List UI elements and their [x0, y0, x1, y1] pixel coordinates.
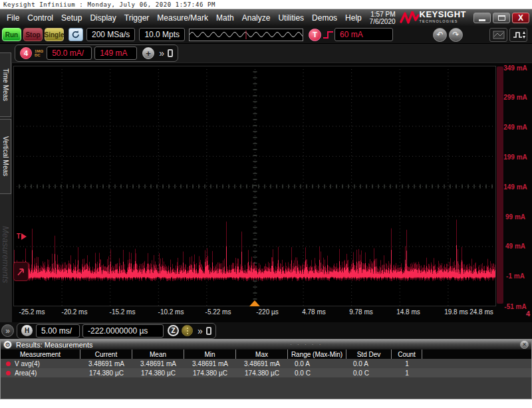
single-button[interactable]: Single [45, 28, 64, 41]
menu-trigger[interactable]: Trigger [120, 9, 154, 26]
horizontal-badge[interactable]: H [21, 325, 33, 336]
menu-demos[interactable]: Demos [308, 9, 341, 26]
menu-setup[interactable]: Setup [57, 9, 86, 26]
touch-toggle-button[interactable] [68, 28, 83, 41]
mini-screen-icon [493, 31, 505, 39]
horizontal-bar: » H 5.00 ms/ -222.0000000 µs Z » [0, 322, 532, 339]
channel4-group: 4 1MΩ DC 50.0 mA/ 149 mA + » [15, 45, 178, 62]
close-icon: X [518, 14, 523, 22]
trigger-arrow-icon [21, 233, 27, 240]
channel-controls-row: 4 1MΩ DC 50.0 mA/ 149 mA + » [0, 44, 532, 62]
y-axis-label: 199 mA [499, 153, 531, 161]
x-axis-label: 4.78 ms [302, 308, 326, 316]
keysight-logo: KEYSIGHT TECHNOLOGIES [400, 11, 466, 25]
autoscale-button[interactable] [509, 28, 527, 42]
window-title: Keysight Infiniium : Monday, July 06, 20… [3, 1, 215, 8]
y-axis-label: 99 mA [499, 213, 531, 221]
acquisition-toolbar: Run Stop Single 200 MSa/s 10.0 Mpts T 60… [0, 26, 532, 44]
results-title: Results: Measurements [16, 341, 93, 349]
results-header-row: Measurement Current Mean Min Max Range (… [1, 350, 531, 359]
restore-icon [498, 15, 505, 21]
ground-arrow-icon [16, 266, 26, 277]
waveform-arrows-icon [512, 30, 525, 40]
x-axis-label: -220 µs [256, 308, 279, 316]
probe-icon[interactable] [168, 49, 173, 57]
horizontal-position-field[interactable]: -222.0000000 µs [82, 324, 164, 338]
channel4-scale-field[interactable]: 50.0 mA/ [47, 47, 92, 60]
run-button[interactable]: Run [2, 28, 21, 41]
desktop-strip [0, 399, 532, 408]
menu-utilities[interactable]: Utilities [274, 9, 308, 26]
col-stddev: Std Dev [346, 350, 392, 359]
brand-name: KEYSIGHT [420, 11, 466, 18]
col-mean: Mean [132, 350, 184, 359]
close-button[interactable]: X [512, 13, 529, 23]
keysight-spark-icon [400, 11, 420, 25]
expand-chevrons-icon[interactable]: » [159, 48, 164, 58]
menu-help[interactable]: Help [341, 9, 366, 26]
expand-chevrons-icon[interactable]: » [198, 326, 203, 336]
x-axis-label: -10.2 ms [158, 308, 184, 316]
menu-control[interactable]: Control [23, 9, 57, 26]
corner-channel-indicator: 4 [526, 310, 530, 318]
expand-left-button[interactable]: » [1, 324, 14, 337]
minimize-button[interactable] [473, 13, 491, 23]
x-axis-label: -5.22 ms [205, 308, 231, 316]
results-close-button[interactable]: ✕ [520, 340, 529, 349]
zoom-button[interactable]: Z [168, 325, 179, 336]
restore-button[interactable] [493, 13, 510, 23]
waveform-grid-canvas[interactable] [13, 66, 496, 306]
drag-handle[interactable]: · · · · · [93, 342, 520, 348]
y-axis-label: 299 mA [499, 94, 531, 101]
sample-rate-field[interactable]: 200 MSa/s [86, 28, 135, 41]
os-title-bar: Keysight Infiniium : Monday, July 06, 20… [0, 0, 532, 9]
tab-time-meas[interactable]: Time Meas [0, 52, 11, 117]
undo-button[interactable]: ↶ [433, 28, 447, 42]
x-axis-label: 19.8 ms [444, 308, 468, 316]
trigger-source-button[interactable]: T [309, 29, 321, 41]
col-range: Range (Max-Min) [288, 350, 346, 359]
memory-depth-field[interactable]: 10.0 Mpts [139, 28, 185, 41]
col-current: Current [80, 350, 132, 359]
col-count: Count [392, 350, 422, 359]
x-axis-label: -15.2 ms [110, 308, 136, 316]
trigger-time-marker[interactable] [249, 300, 260, 306]
marker-icon[interactable] [206, 327, 211, 335]
knob-icon[interactable] [182, 325, 193, 336]
table-row-area[interactable]: Area(4) 174.380 µC 174.380 µC 174.380 µC… [1, 368, 531, 377]
channel4-badge[interactable]: 4 [20, 47, 32, 59]
menu-file[interactable]: File [3, 9, 23, 26]
y-axis-label: 49 mA [499, 243, 531, 250]
refresh-arrow-icon [71, 30, 80, 39]
trigger-level-field[interactable]: 60 mA [334, 28, 393, 41]
horizontal-group: H 5.00 ms/ -222.0000000 µs Z » [17, 323, 216, 339]
redo-button[interactable]: ↷ [449, 28, 463, 42]
acquisition-preview-strip[interactable] [189, 29, 303, 41]
results-title-bar[interactable]: ⚙ Results: Measurements · · · · · ✕ [1, 340, 531, 350]
gear-icon[interactable]: ⚙ [3, 340, 12, 349]
y-axis-label: 349 mA [499, 64, 531, 72]
trigger-level-marker[interactable]: T [17, 233, 27, 240]
channel4-ground-marker[interactable] [13, 262, 29, 281]
menu-math[interactable]: Math [212, 9, 238, 26]
minimize-icon [479, 19, 485, 21]
y-axis-label: -1 mA [499, 272, 531, 280]
clock[interactable]: 1:57 PM 7/6/2020 [370, 11, 396, 25]
stop-button[interactable]: Stop [23, 28, 43, 41]
x-axis-label: 9.78 ms [349, 308, 373, 316]
add-channel-button[interactable]: + [142, 47, 154, 59]
menu-bar: File Control Setup Display Trigger Measu… [0, 9, 532, 26]
timebase-field[interactable]: 5.00 ms/ [36, 324, 80, 338]
table-row-vavg[interactable]: V avg(4) 3.48691 mA 3.48691 mA 3.48691 m… [1, 359, 531, 368]
menu-display[interactable]: Display [86, 9, 120, 26]
col-measurement: Measurement [1, 350, 80, 359]
measurement-color-dot [6, 371, 11, 375]
channel4-offset-field[interactable]: 149 mA [94, 47, 137, 60]
menu-analyze[interactable]: Analyze [238, 9, 275, 26]
undo-icon: ↶ [436, 30, 443, 39]
rising-edge-icon [323, 29, 334, 41]
tab-vertical-meas[interactable]: Vertical Meas [0, 119, 11, 194]
display-settings-button[interactable] [489, 28, 507, 42]
menu-measure-mark[interactable]: Measure/Mark [153, 9, 212, 26]
x-axis-label: 24.8 ms [469, 308, 493, 316]
